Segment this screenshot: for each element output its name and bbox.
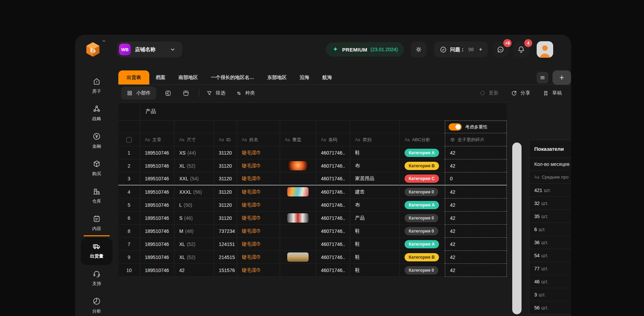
sidebar-item-content[interactable]: 内容 (81, 210, 112, 238)
sheet-tab[interactable]: 一个很长的地区名… (204, 70, 261, 84)
column-header-cover[interactable]: Aa覆盖 (280, 133, 316, 146)
app-logo[interactable]: ™ (85, 41, 101, 58)
cell-product-name-link[interactable]: 睫毛湿巾 (237, 172, 280, 185)
column-header-barcode[interactable]: Aa条码 (316, 133, 350, 146)
select-all-checkbox[interactable] (126, 137, 132, 143)
cell-pieces[interactable]: 42 (445, 146, 507, 159)
split-rows-button[interactable] (180, 87, 192, 99)
cell-pieces[interactable]: 42 (445, 212, 507, 225)
vertical-scrollbar[interactable] (512, 143, 522, 314)
panel-row[interactable]: 35 шт. (529, 210, 571, 223)
tab-list-button[interactable] (537, 72, 548, 83)
shop-selector[interactable]: WB 店铺名称 (117, 42, 182, 57)
column-header-size[interactable]: Aa尺寸 (174, 133, 214, 146)
sidebar-item-home[interactable]: 房子 (81, 73, 112, 100)
panel-row[interactable]: 46 шт. (529, 275, 571, 288)
table-row[interactable]: 5 189510746 L (50) 31120 睫毛湿巾 46071 (118, 199, 507, 212)
panel-row[interactable]: 77 шт. (529, 262, 571, 275)
sheet-tab[interactable]: 档案 (149, 70, 172, 84)
cell-pieces[interactable]: 42 (445, 251, 507, 264)
add-tab-button[interactable] (552, 70, 571, 85)
cell-product-name-link[interactable]: 睫毛湿巾 (237, 212, 280, 225)
cell-pieces[interactable]: 42 (445, 238, 507, 251)
panel-row[interactable]: 421 шт. (529, 184, 571, 197)
sheet-tab[interactable]: 沿海 (293, 70, 316, 84)
cell-product-name-link[interactable]: 睫毛湿巾 (237, 199, 280, 212)
cell-product-name-link[interactable]: 睫毛湿巾 (237, 264, 280, 277)
cell-id: 151576 (214, 264, 237, 277)
product-thumbnail[interactable] (287, 187, 309, 196)
column-header-name[interactable]: Aa姓名 (237, 133, 280, 146)
tab-label: 档案 (156, 75, 165, 81)
notifications-button[interactable]: 4 (513, 42, 529, 57)
panel-row[interactable]: 3 шт. (529, 288, 571, 301)
table-row[interactable]: 3 189510746 XXL (54) 31120 睫毛湿巾 460 (118, 172, 507, 185)
cell-pieces[interactable]: 42 (445, 185, 507, 199)
sidebar-item-purchase[interactable]: 购买 (81, 155, 112, 183)
table-row[interactable]: 7 189510746 XL (52) 124151 睫毛湿巾 460 (118, 238, 507, 251)
table-row[interactable]: 9 189510746 XL (52) 214515 睫毛湿巾 460 (118, 251, 507, 264)
column-header-id[interactable]: AaID (214, 133, 237, 146)
sidebar-item-analytics[interactable]: 分析 (81, 293, 112, 316)
filter-button[interactable]: 筛选 (206, 90, 225, 97)
column-header-category[interactable]: Aa类别 (350, 133, 400, 146)
cell-pieces[interactable]: 42 (445, 159, 507, 172)
cell-product-name-link[interactable]: 睫毛湿巾 (237, 146, 280, 159)
sheet-tab[interactable]: 出货表 (118, 70, 149, 84)
panel-row[interactable]: 6 шт. (529, 223, 571, 236)
settings-button[interactable] (411, 42, 427, 57)
cell-pieces[interactable]: 42 (445, 225, 507, 238)
column-header-abc[interactable]: AaABC分析 (400, 133, 445, 146)
sidebar-item-shipments[interactable]: 出货量 (81, 238, 112, 265)
cell-product-name-link[interactable]: 睫毛湿巾 (237, 185, 280, 199)
panel-row[interactable]: 56 шт. (529, 301, 571, 314)
sidebar-item-strategy[interactable]: 战略 (81, 100, 112, 128)
draft-button[interactable]: 草稿 (543, 90, 562, 97)
widgets-button[interactable]: 小部件 (121, 87, 156, 100)
column-header-article[interactable]: Aa文章 (140, 133, 174, 146)
split-columns-button[interactable] (162, 87, 174, 99)
sheet-tab[interactable]: 航海 (316, 70, 339, 84)
user-avatar[interactable] (537, 41, 553, 58)
share-button[interactable]: 分享 (511, 90, 530, 97)
panel-value: 36 (534, 240, 540, 245)
issues-button[interactable]: 问题： 98 + (434, 42, 488, 57)
sheet-tab[interactable]: 东部地区 (261, 70, 293, 84)
panel-column-header[interactable]: Aa Средние про (529, 171, 571, 184)
update-button[interactable]: 更新 (480, 90, 498, 96)
cell-pieces[interactable]: 42 (445, 199, 507, 212)
cell-article: 189510746 (140, 225, 174, 238)
table-row[interactable]: 1 189510746 XS (44) 31120 睫毛湿巾 4607 (118, 146, 507, 159)
sidebar-item-finance[interactable]: 金融 (81, 128, 112, 155)
sort-button[interactable]: 种类 (236, 90, 255, 97)
table-row[interactable]: 4 189510746 XXXL (56) 31120 睫毛湿巾 46 (118, 185, 507, 199)
premium-badge[interactable]: PREMIUM (23.01.2024) (326, 42, 404, 57)
sidebar-item-support[interactable]: 支持 (81, 265, 112, 293)
table-row[interactable]: 8 189510746 M (48) 737234 睫毛湿巾 4607 (118, 225, 507, 238)
cell-product-name-link[interactable]: 睫毛湿巾 (237, 159, 280, 172)
product-thumbnail[interactable] (287, 213, 309, 223)
multiplicity-toggle[interactable] (449, 123, 462, 131)
table-row[interactable]: 2 189510746 XL (52) 31120 睫毛湿巾 4607 (118, 159, 507, 172)
panel-unit: шт. (541, 279, 548, 284)
cell-product-name-link[interactable]: 睫毛湿巾 (237, 238, 280, 251)
product-thumbnail[interactable] (287, 252, 309, 262)
cell-pieces[interactable]: 42 (445, 264, 507, 277)
table-row[interactable]: 10 189510746 42 151576 睫毛湿巾 460717 (118, 264, 507, 277)
cell-pieces[interactable]: 0 (445, 172, 507, 185)
column-header-pieces[interactable]: 盒子里的碎片 (445, 133, 507, 146)
panel-row[interactable]: 54 шт. (529, 249, 571, 262)
product-thumbnail[interactable] (287, 161, 309, 170)
premium-label: PREMIUM (342, 47, 367, 53)
cell-size: XS (44) (174, 146, 214, 159)
table-row[interactable]: 6 189510746 S (46) 31120 睫毛湿巾 46071 (118, 212, 507, 225)
cell-product-name-link[interactable]: 睫毛湿巾 (237, 225, 280, 238)
sidebar-item-warehouse[interactable]: 仓库 (81, 183, 112, 210)
cell-cover (280, 264, 316, 277)
support-chat-button[interactable]: +9 (493, 42, 508, 57)
cell-product-name-link[interactable]: 睫毛湿巾 (237, 251, 280, 264)
cell-category: 鞋 (350, 251, 400, 264)
panel-row[interactable]: 32 шт. (529, 197, 571, 210)
sheet-tab[interactable]: 南部地区 (172, 70, 204, 84)
panel-row[interactable]: 36 шт. (529, 236, 571, 249)
